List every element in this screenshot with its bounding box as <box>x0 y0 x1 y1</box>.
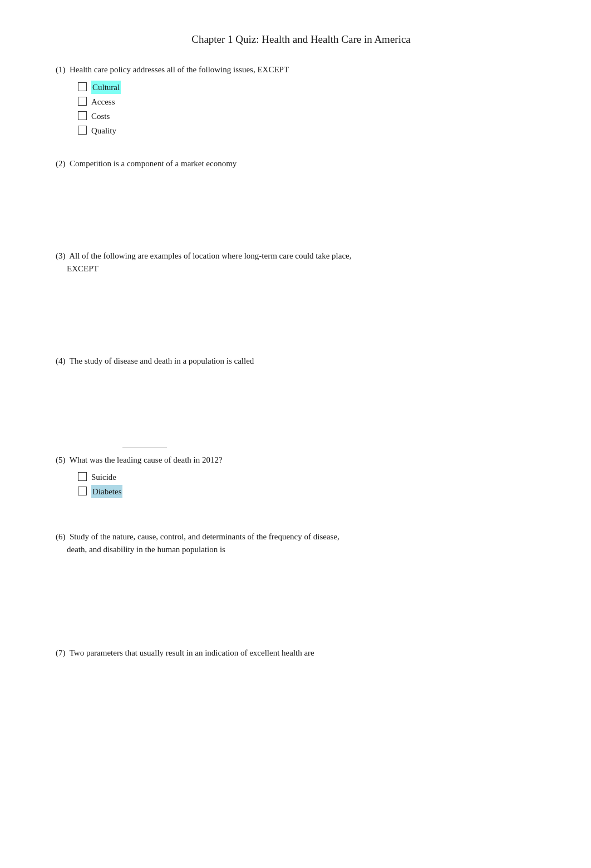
page-wrapper: Chapter 1 Quiz: Health and Health Care i… <box>56 33 546 868</box>
question-3-body: All of the following are examples of loc… <box>69 251 351 260</box>
question-5-number: (5) <box>56 455 66 464</box>
question-2-number: (2) <box>56 159 66 168</box>
question-5-answers: Suicide Diabetes <box>56 470 546 498</box>
question-1-body: Health care policy addresses all of the … <box>70 65 289 74</box>
answer-suicide: Suicide <box>91 470 116 484</box>
question-4: (4) The study of disease and death in a … <box>56 355 546 428</box>
question-7: (7) Two parameters that usually result i… <box>56 647 546 742</box>
list-item: Cultural <box>78 81 546 94</box>
answer-access: Access <box>91 95 115 108</box>
question-1-text: (1) Health care policy addresses all of … <box>56 63 546 76</box>
answer-blank-area <box>56 372 546 428</box>
question-6-body-2: death, and disability in the human popul… <box>56 545 225 554</box>
list-item: Diabetes <box>78 485 546 498</box>
answer-costs: Costs <box>91 110 110 123</box>
question-1: (1) Health care policy addresses all of … <box>56 63 546 137</box>
list-item: Quality <box>78 124 546 137</box>
question-1-answers: Cultural Access Costs Quality <box>56 81 546 137</box>
question-1-number: (1) <box>56 65 66 74</box>
question-3-text: (3) All of the following are examples of… <box>56 250 546 275</box>
question-6-text: (6) Study of the nature, cause, control,… <box>56 530 546 555</box>
answer-blank-area <box>56 279 546 335</box>
page-title: Chapter 1 Quiz: Health and Health Care i… <box>56 33 546 46</box>
question-5-text: (5) What was the leading cause of death … <box>56 454 546 467</box>
answer-cultural: Cultural <box>91 81 121 94</box>
question-2-text: (2) Competition is a component of a mark… <box>56 157 546 170</box>
spacer <box>56 499 546 510</box>
pre-blank-line <box>122 448 167 448</box>
answer-blank-area <box>56 664 546 742</box>
question-6: (6) Study of the nature, cause, control,… <box>56 530 546 627</box>
bullet-icon <box>78 111 87 120</box>
question-6-number: (6) <box>56 532 66 541</box>
question-3-number: (3) <box>56 251 66 260</box>
bullet-icon <box>78 487 87 495</box>
question-7-text: (7) Two parameters that usually result i… <box>56 647 546 659</box>
answer-blank-area <box>56 174 546 230</box>
question-4-body: The study of disease and death in a popu… <box>70 356 254 365</box>
question-3: (3) All of the following are examples of… <box>56 250 546 335</box>
question-6-body: Study of the nature, cause, control, and… <box>70 532 339 541</box>
bullet-icon <box>78 82 87 91</box>
list-item: Suicide <box>78 470 546 484</box>
question-2: (2) Competition is a component of a mark… <box>56 157 546 230</box>
question-7-body: Two parameters that usually result in an… <box>70 648 314 657</box>
question-5-body: What was the leading cause of death in 2… <box>70 455 223 464</box>
bullet-icon <box>78 126 87 135</box>
question-5: (5) What was the leading cause of death … <box>56 448 546 511</box>
bullet-icon <box>78 97 87 106</box>
question-3-except: EXCEPT <box>56 264 98 273</box>
list-item: Costs <box>78 110 546 123</box>
answer-diabetes: Diabetes <box>91 485 122 498</box>
answer-blank-area <box>56 560 546 627</box>
question-4-text: (4) The study of disease and death in a … <box>56 355 546 368</box>
list-item: Access <box>78 95 546 108</box>
question-4-number: (4) <box>56 356 66 365</box>
question-7-number: (7) <box>56 648 66 657</box>
answer-quality: Quality <box>91 124 116 137</box>
question-2-body: Competition is a component of a market e… <box>70 159 237 168</box>
bullet-icon <box>78 472 87 481</box>
